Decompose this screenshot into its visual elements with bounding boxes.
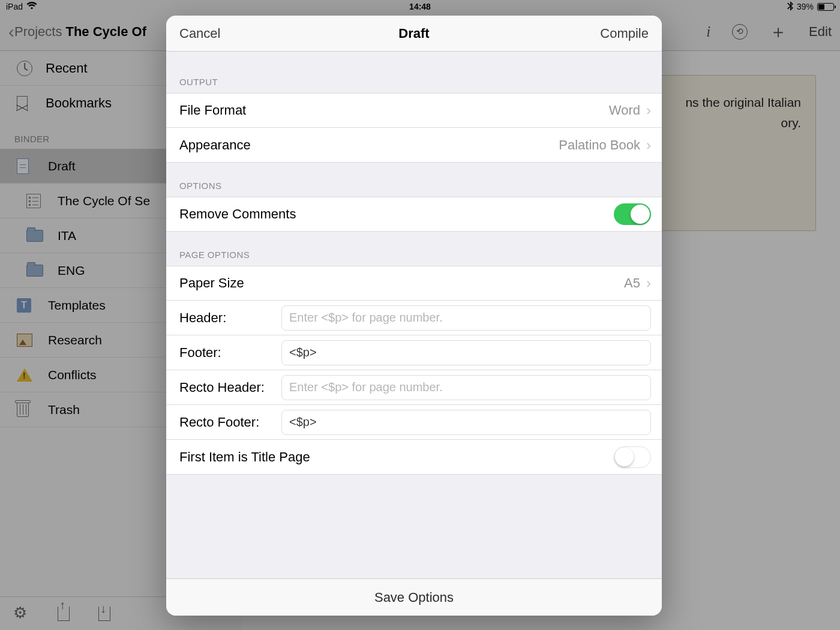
chevron-right-icon: ›	[646, 275, 651, 292]
section-page-options: PAGE OPTIONS	[166, 232, 662, 266]
paper-size-row[interactable]: Paper Size A5›	[166, 266, 662, 301]
remove-comments-row: Remove Comments	[166, 197, 662, 232]
cell-label: Appearance	[179, 137, 251, 153]
recto-footer-input[interactable]	[281, 410, 651, 435]
chevron-right-icon: ›	[646, 137, 651, 154]
cell-label: Footer:	[179, 345, 281, 361]
appearance-row[interactable]: Appearance Palatino Book›	[166, 128, 662, 163]
cell-label: File Format	[179, 103, 246, 118]
cell-label: Remove Comments	[179, 206, 296, 222]
compile-button[interactable]: Compile	[600, 26, 649, 41]
section-output: OUTPUT	[166, 52, 662, 93]
chevron-right-icon: ›	[646, 102, 651, 119]
compile-modal: Cancel Draft Compile OUTPUT File Format …	[166, 16, 662, 616]
header-input[interactable]	[281, 305, 651, 331]
section-options: OPTIONS	[166, 163, 662, 197]
recto-header-row: Recto Header:	[166, 370, 662, 405]
cell-value: Palatino Book	[559, 137, 640, 153]
cell-value: Word	[609, 103, 640, 118]
cell-label: Paper Size	[179, 275, 244, 291]
cell-label: First Item is Title Page	[179, 449, 310, 465]
remove-comments-toggle[interactable]	[614, 203, 651, 225]
footer-row: Footer:	[166, 335, 662, 370]
cell-value: A5	[624, 275, 640, 291]
modal-title: Draft	[398, 26, 429, 41]
cell-label: Recto Header:	[179, 380, 281, 395]
cancel-button[interactable]: Cancel	[179, 26, 220, 41]
recto-footer-row: Recto Footer:	[166, 405, 662, 440]
header-row: Header:	[166, 301, 662, 335]
first-item-toggle[interactable]	[614, 446, 651, 468]
footer-input[interactable]	[281, 340, 651, 365]
file-format-row[interactable]: File Format Word›	[166, 93, 662, 128]
first-item-title-row: First Item is Title Page	[166, 440, 662, 475]
cell-label: Recto Footer:	[179, 415, 281, 430]
modal-header: Cancel Draft Compile	[166, 16, 662, 52]
save-options-button[interactable]: Save Options	[166, 578, 662, 616]
cell-label: Header:	[179, 310, 281, 326]
recto-header-input[interactable]	[281, 375, 651, 400]
